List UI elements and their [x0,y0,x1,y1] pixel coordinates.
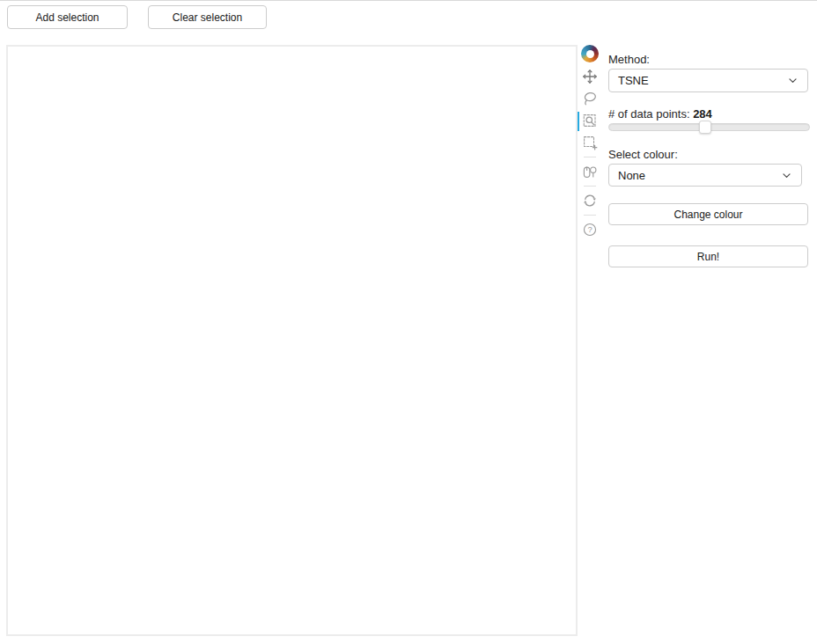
toolbar-separator [584,157,596,157]
help-tool-button[interactable]: ? [582,222,598,238]
toolbar-separator [584,215,596,216]
reset-icon [582,193,598,209]
pan-icon [582,69,598,84]
svg-text:?: ? [587,225,592,234]
colour-select-value: None [618,169,645,182]
lasso-select-tool-button[interactable] [582,91,598,106]
method-select-value: TSNE [618,74,649,87]
method-select[interactable]: TSNE [608,69,808,92]
box-zoom-icon [582,113,598,128]
clear-selection-button[interactable]: Clear selection [148,5,267,29]
plot-canvas[interactable] [6,45,578,636]
bokeh-logo-icon[interactable] [581,45,599,62]
change-colour-button[interactable]: Change colour [608,203,808,225]
help-icon: ? [582,222,598,238]
reset-tool-button[interactable] [582,193,598,209]
wheel-zoom-tool-button[interactable] [582,164,598,179]
colour-select[interactable]: None [608,164,802,187]
data-points-value: 284 [693,107,712,121]
box-select-icon [582,135,598,150]
add-selection-button[interactable]: Add selection [7,5,128,29]
method-label: Method: [608,53,650,66]
box-zoom-tool-button[interactable] [582,113,598,128]
data-points-label-text: # of data points: [608,107,693,121]
toolbar-separator [584,186,596,187]
box-select-tool-button[interactable] [582,135,598,150]
data-points-label: # of data points: 284 [608,107,712,121]
select-colour-label: Select colour: [608,148,678,161]
chevron-down-icon [787,75,799,86]
data-points-slider[interactable] [608,123,810,131]
page-top-divider [0,0,817,1]
lasso-select-icon [582,91,598,106]
bokeh-toolbar: ? [577,45,603,238]
bokeh-logo-hole [586,50,594,58]
slider-thumb[interactable] [699,121,711,134]
active-tool-indicator [578,112,579,131]
chevron-down-icon [781,170,792,181]
pan-tool-button[interactable] [582,69,598,84]
run-button[interactable]: Run! [608,245,808,267]
wheel-zoom-icon [582,164,598,179]
